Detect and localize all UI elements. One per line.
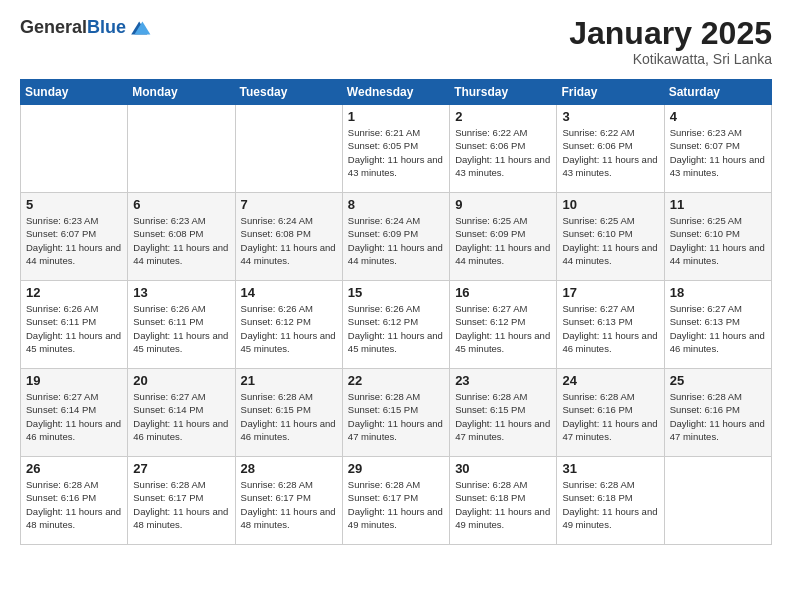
calendar-cell: 13Sunrise: 6:26 AMSunset: 6:11 PMDayligh… (128, 281, 235, 369)
calendar-week-row: 12Sunrise: 6:26 AMSunset: 6:11 PMDayligh… (21, 281, 772, 369)
calendar-cell: 23Sunrise: 6:28 AMSunset: 6:15 PMDayligh… (450, 369, 557, 457)
day-info: Sunrise: 6:28 AMSunset: 6:18 PMDaylight:… (562, 478, 658, 531)
calendar-cell (21, 105, 128, 193)
day-number: 21 (241, 373, 337, 388)
col-monday: Monday (128, 80, 235, 105)
day-info: Sunrise: 6:27 AMSunset: 6:14 PMDaylight:… (26, 390, 122, 443)
day-number: 23 (455, 373, 551, 388)
day-info: Sunrise: 6:27 AMSunset: 6:14 PMDaylight:… (133, 390, 229, 443)
day-info: Sunrise: 6:28 AMSunset: 6:17 PMDaylight:… (348, 478, 444, 531)
calendar-cell: 28Sunrise: 6:28 AMSunset: 6:17 PMDayligh… (235, 457, 342, 545)
calendar-cell (235, 105, 342, 193)
day-number: 20 (133, 373, 229, 388)
day-info: Sunrise: 6:22 AMSunset: 6:06 PMDaylight:… (455, 126, 551, 179)
day-number: 29 (348, 461, 444, 476)
day-info: Sunrise: 6:24 AMSunset: 6:09 PMDaylight:… (348, 214, 444, 267)
day-number: 7 (241, 197, 337, 212)
calendar-cell: 25Sunrise: 6:28 AMSunset: 6:16 PMDayligh… (664, 369, 771, 457)
day-info: Sunrise: 6:25 AMSunset: 6:09 PMDaylight:… (455, 214, 551, 267)
day-info: Sunrise: 6:24 AMSunset: 6:08 PMDaylight:… (241, 214, 337, 267)
day-info: Sunrise: 6:28 AMSunset: 6:16 PMDaylight:… (562, 390, 658, 443)
day-number: 30 (455, 461, 551, 476)
calendar-cell: 22Sunrise: 6:28 AMSunset: 6:15 PMDayligh… (342, 369, 449, 457)
day-info: Sunrise: 6:26 AMSunset: 6:12 PMDaylight:… (241, 302, 337, 355)
calendar-cell: 26Sunrise: 6:28 AMSunset: 6:16 PMDayligh… (21, 457, 128, 545)
calendar-cell: 19Sunrise: 6:27 AMSunset: 6:14 PMDayligh… (21, 369, 128, 457)
calendar-cell: 3Sunrise: 6:22 AMSunset: 6:06 PMDaylight… (557, 105, 664, 193)
day-number: 31 (562, 461, 658, 476)
day-number: 24 (562, 373, 658, 388)
day-info: Sunrise: 6:27 AMSunset: 6:12 PMDaylight:… (455, 302, 551, 355)
calendar-header-row: Sunday Monday Tuesday Wednesday Thursday… (21, 80, 772, 105)
day-info: Sunrise: 6:28 AMSunset: 6:17 PMDaylight:… (133, 478, 229, 531)
day-number: 1 (348, 109, 444, 124)
calendar-cell: 11Sunrise: 6:25 AMSunset: 6:10 PMDayligh… (664, 193, 771, 281)
day-number: 4 (670, 109, 766, 124)
col-friday: Friday (557, 80, 664, 105)
day-info: Sunrise: 6:26 AMSunset: 6:12 PMDaylight:… (348, 302, 444, 355)
day-number: 22 (348, 373, 444, 388)
calendar-cell: 2Sunrise: 6:22 AMSunset: 6:06 PMDaylight… (450, 105, 557, 193)
calendar-cell: 12Sunrise: 6:26 AMSunset: 6:11 PMDayligh… (21, 281, 128, 369)
col-tuesday: Tuesday (235, 80, 342, 105)
calendar-cell: 18Sunrise: 6:27 AMSunset: 6:13 PMDayligh… (664, 281, 771, 369)
day-number: 28 (241, 461, 337, 476)
day-number: 18 (670, 285, 766, 300)
day-number: 11 (670, 197, 766, 212)
day-info: Sunrise: 6:26 AMSunset: 6:11 PMDaylight:… (133, 302, 229, 355)
day-info: Sunrise: 6:21 AMSunset: 6:05 PMDaylight:… (348, 126, 444, 179)
day-info: Sunrise: 6:28 AMSunset: 6:15 PMDaylight:… (455, 390, 551, 443)
month-title: January 2025 (569, 16, 772, 51)
day-info: Sunrise: 6:28 AMSunset: 6:16 PMDaylight:… (670, 390, 766, 443)
day-info: Sunrise: 6:23 AMSunset: 6:07 PMDaylight:… (670, 126, 766, 179)
logo-blue-text: Blue (87, 17, 126, 37)
title-block: January 2025 Kotikawatta, Sri Lanka (569, 16, 772, 67)
day-number: 27 (133, 461, 229, 476)
page: GeneralBlue January 2025 Kotikawatta, Sr… (0, 0, 792, 612)
day-info: Sunrise: 6:27 AMSunset: 6:13 PMDaylight:… (670, 302, 766, 355)
day-number: 3 (562, 109, 658, 124)
calendar-cell (664, 457, 771, 545)
calendar-cell: 1Sunrise: 6:21 AMSunset: 6:05 PMDaylight… (342, 105, 449, 193)
calendar-cell: 20Sunrise: 6:27 AMSunset: 6:14 PMDayligh… (128, 369, 235, 457)
col-sunday: Sunday (21, 80, 128, 105)
day-number: 15 (348, 285, 444, 300)
logo-icon (128, 16, 152, 40)
day-info: Sunrise: 6:27 AMSunset: 6:13 PMDaylight:… (562, 302, 658, 355)
calendar-cell: 27Sunrise: 6:28 AMSunset: 6:17 PMDayligh… (128, 457, 235, 545)
calendar-cell: 14Sunrise: 6:26 AMSunset: 6:12 PMDayligh… (235, 281, 342, 369)
calendar-cell: 21Sunrise: 6:28 AMSunset: 6:15 PMDayligh… (235, 369, 342, 457)
location: Kotikawatta, Sri Lanka (569, 51, 772, 67)
day-number: 6 (133, 197, 229, 212)
day-info: Sunrise: 6:25 AMSunset: 6:10 PMDaylight:… (670, 214, 766, 267)
calendar-cell: 10Sunrise: 6:25 AMSunset: 6:10 PMDayligh… (557, 193, 664, 281)
calendar-week-row: 19Sunrise: 6:27 AMSunset: 6:14 PMDayligh… (21, 369, 772, 457)
calendar-cell: 5Sunrise: 6:23 AMSunset: 6:07 PMDaylight… (21, 193, 128, 281)
day-info: Sunrise: 6:28 AMSunset: 6:15 PMDaylight:… (241, 390, 337, 443)
col-saturday: Saturday (664, 80, 771, 105)
day-number: 13 (133, 285, 229, 300)
day-number: 26 (26, 461, 122, 476)
logo-general-text: General (20, 17, 87, 37)
calendar-cell: 29Sunrise: 6:28 AMSunset: 6:17 PMDayligh… (342, 457, 449, 545)
day-info: Sunrise: 6:25 AMSunset: 6:10 PMDaylight:… (562, 214, 658, 267)
calendar-cell: 30Sunrise: 6:28 AMSunset: 6:18 PMDayligh… (450, 457, 557, 545)
calendar-cell: 8Sunrise: 6:24 AMSunset: 6:09 PMDaylight… (342, 193, 449, 281)
day-number: 12 (26, 285, 122, 300)
day-number: 10 (562, 197, 658, 212)
calendar-week-row: 5Sunrise: 6:23 AMSunset: 6:07 PMDaylight… (21, 193, 772, 281)
day-info: Sunrise: 6:26 AMSunset: 6:11 PMDaylight:… (26, 302, 122, 355)
day-info: Sunrise: 6:22 AMSunset: 6:06 PMDaylight:… (562, 126, 658, 179)
calendar-cell: 15Sunrise: 6:26 AMSunset: 6:12 PMDayligh… (342, 281, 449, 369)
calendar-cell: 6Sunrise: 6:23 AMSunset: 6:08 PMDaylight… (128, 193, 235, 281)
calendar-table: Sunday Monday Tuesday Wednesday Thursday… (20, 79, 772, 545)
day-number: 19 (26, 373, 122, 388)
day-number: 14 (241, 285, 337, 300)
calendar-cell: 9Sunrise: 6:25 AMSunset: 6:09 PMDaylight… (450, 193, 557, 281)
calendar-cell: 7Sunrise: 6:24 AMSunset: 6:08 PMDaylight… (235, 193, 342, 281)
day-number: 17 (562, 285, 658, 300)
day-number: 2 (455, 109, 551, 124)
logo: GeneralBlue (20, 16, 152, 40)
day-info: Sunrise: 6:28 AMSunset: 6:15 PMDaylight:… (348, 390, 444, 443)
calendar-cell: 16Sunrise: 6:27 AMSunset: 6:12 PMDayligh… (450, 281, 557, 369)
